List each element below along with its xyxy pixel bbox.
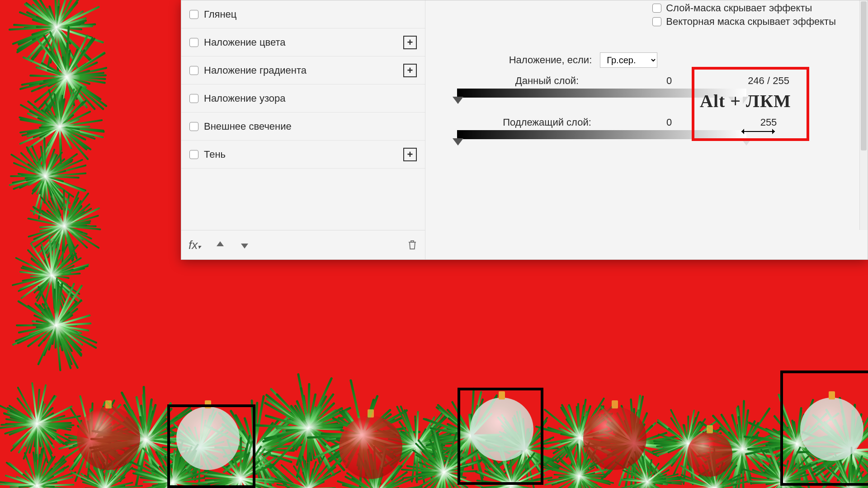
effect-row-dropshadow[interactable]: Тень+: [181, 141, 425, 169]
annotation-box: [167, 404, 255, 488]
effects-panel: ГлянецНаложение цвета+Наложение градиент…: [181, 0, 425, 259]
effect-row-outerglow[interactable]: Внешнее свечение: [181, 113, 425, 141]
trash-icon[interactable]: [407, 239, 418, 251]
annotation-box: [780, 371, 868, 486]
add-instance-button[interactable]: +: [403, 64, 417, 77]
bauble-red: [687, 432, 732, 477]
effect-checkbox[interactable]: [189, 10, 198, 19]
effect-row-patternoverlay[interactable]: Наложение узора: [181, 84, 425, 113]
effect-checkbox[interactable]: [189, 122, 198, 131]
this-layer-label: Данный слой:: [475, 75, 619, 87]
effect-row-gradoverlay[interactable]: Наложение градиента+: [181, 56, 425, 84]
fx-menu-button[interactable]: fx▾: [189, 238, 201, 252]
effect-label: Наложение узора: [204, 93, 417, 104]
effect-checkbox[interactable]: [189, 38, 198, 47]
bauble-red: [583, 407, 646, 470]
blend-if-label: Наложение, если:: [509, 54, 592, 66]
blend-if-channel-select[interactable]: Гр.сер.: [600, 52, 657, 68]
bauble-red: [339, 416, 402, 479]
effect-checkbox[interactable]: [189, 66, 198, 75]
effect-row-coloroverlay[interactable]: Наложение цвета+: [181, 28, 425, 56]
slider-black-handle[interactable]: [453, 138, 463, 145]
effect-label: Глянец: [204, 9, 417, 20]
effect-checkbox[interactable]: [189, 150, 198, 159]
this-layer-low: 0: [656, 75, 683, 87]
effect-label: Тень: [204, 149, 398, 160]
underlying-layer-low: 0: [656, 117, 683, 128]
effect-label: Наложение цвета: [204, 37, 398, 48]
annotation-text: Alt + ЛКМ: [700, 90, 791, 112]
slider-black-handle[interactable]: [453, 97, 463, 104]
layer-mask-hides-fx-checkbox[interactable]: Слой-маска скрывает эффекты: [652, 2, 836, 14]
add-instance-button[interactable]: +: [403, 36, 417, 49]
bauble-red: [77, 407, 140, 470]
annotation-arrow-icon: [741, 131, 775, 132]
underlying-layer-label: Подлежащий слой:: [475, 117, 619, 128]
effect-row-satin[interactable]: Глянец: [181, 0, 425, 28]
effect-label: Внешнее свечение: [204, 121, 417, 132]
add-instance-button[interactable]: +: [403, 148, 417, 161]
canvas-background: ГлянецНаложение цвета+Наложение градиент…: [0, 0, 868, 488]
effect-label: Наложение градиента: [204, 65, 398, 76]
effects-footer: fx▾: [181, 230, 425, 259]
move-up-button[interactable]: [215, 240, 225, 250]
vector-mask-hides-fx-checkbox[interactable]: Векторная маска скрывает эффекты: [652, 16, 836, 28]
move-down-button[interactable]: [240, 240, 250, 250]
effects-list: ГлянецНаложение цвета+Наложение градиент…: [181, 0, 425, 230]
annotation-box: [458, 388, 543, 485]
effect-checkbox[interactable]: [189, 94, 198, 103]
